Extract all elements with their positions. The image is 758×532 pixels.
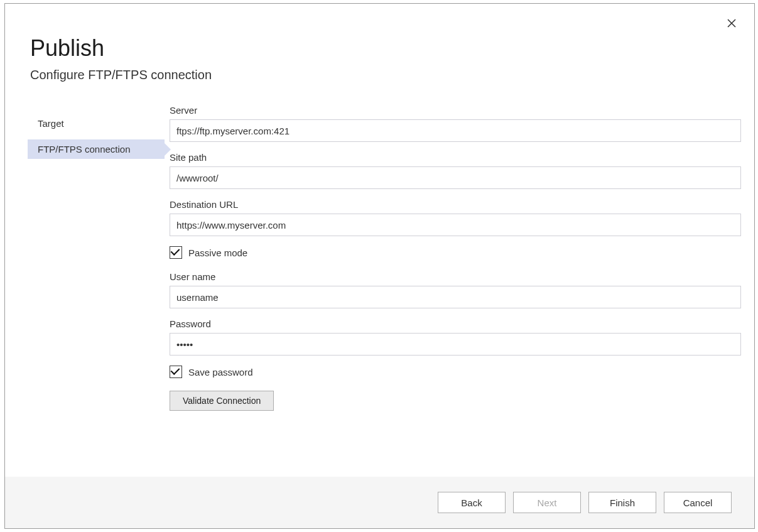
passive-mode-row: Passive mode: [170, 246, 741, 259]
server-label: Server: [170, 105, 741, 116]
server-input[interactable]: [170, 119, 741, 142]
sidebar-item-label: Target: [38, 118, 64, 129]
validate-connection-button[interactable]: Validate Connection: [170, 391, 274, 411]
username-field: User name: [170, 271, 741, 308]
username-input[interactable]: [170, 286, 741, 308]
save-password-checkbox[interactable]: [170, 366, 182, 378]
dialog-header: Publish Configure FTP/FTPS connection: [5, 4, 754, 100]
sitepath-input[interactable]: [170, 166, 741, 189]
username-label: User name: [170, 271, 741, 282]
password-field: Password: [170, 318, 741, 356]
password-label: Password: [170, 318, 741, 329]
cancel-button[interactable]: Cancel: [664, 492, 732, 513]
passive-mode-checkbox[interactable]: [170, 246, 182, 259]
save-password-row: Save password: [170, 366, 741, 378]
sidebar-item-ftp-connection[interactable]: FTP/FTPS connection: [28, 139, 165, 159]
password-input[interactable]: [170, 333, 741, 356]
wizard-sidebar: Target FTP/FTPS connection: [28, 100, 165, 477]
destination-url-label: Destination URL: [170, 199, 741, 210]
sidebar-item-label: FTP/FTPS connection: [38, 144, 131, 155]
dialog-body: Target FTP/FTPS connection Server Site p…: [5, 100, 754, 477]
publish-dialog: Publish Configure FTP/FTPS connection Ta…: [4, 3, 755, 529]
save-password-label: Save password: [188, 367, 253, 377]
finish-button[interactable]: Finish: [588, 492, 656, 513]
close-button[interactable]: [723, 15, 740, 33]
sidebar-item-target[interactable]: Target: [28, 114, 165, 133]
dialog-footer: Back Next Finish Cancel: [5, 477, 754, 528]
back-button[interactable]: Back: [438, 492, 506, 513]
sitepath-label: Site path: [170, 152, 741, 163]
sitepath-field: Site path: [170, 152, 741, 189]
passive-mode-label: Passive mode: [188, 247, 247, 258]
destination-url-input[interactable]: [170, 214, 741, 236]
server-field: Server: [170, 105, 741, 142]
connection-form: Server Site path Destination URL Passive…: [165, 100, 741, 477]
next-button: Next: [513, 492, 581, 513]
page-title: Publish: [30, 35, 729, 62]
close-icon: [727, 19, 736, 28]
destination-url-field: Destination URL: [170, 199, 741, 236]
page-subtitle: Configure FTP/FTPS connection: [30, 68, 729, 82]
